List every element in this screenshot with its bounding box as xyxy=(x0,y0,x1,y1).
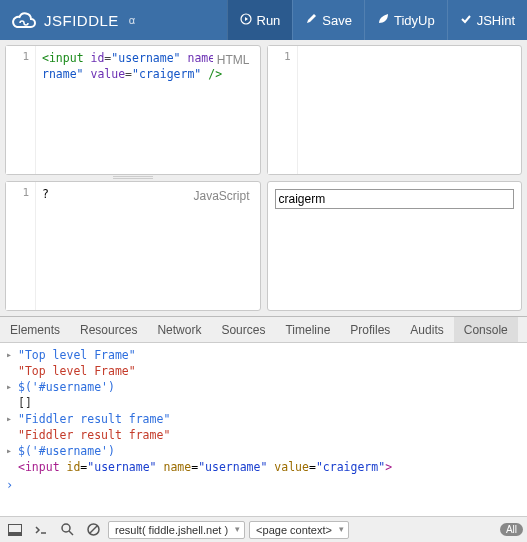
save-label: Save xyxy=(322,13,352,28)
svg-rect-2 xyxy=(9,532,21,535)
toolbar: Run Save TidyUp JSHint xyxy=(227,0,528,40)
pane-drag-handle[interactable] xyxy=(113,175,153,178)
html-pane-label: HTML xyxy=(213,51,254,69)
search-icon[interactable] xyxy=(56,520,78,540)
leaf-icon xyxy=(377,13,389,28)
tab-console[interactable]: Console xyxy=(454,317,518,342)
html-pane[interactable]: 1 <input id="username" name="username" v… xyxy=(5,45,261,175)
check-icon xyxy=(460,13,472,28)
tab-network[interactable]: Network xyxy=(147,317,211,342)
console-prompt[interactable]: › xyxy=(0,475,527,495)
brand-text: JSFIDDLE xyxy=(44,12,119,29)
console-line: $('#username') xyxy=(18,443,521,459)
pencil-icon xyxy=(305,13,317,28)
tab-timeline[interactable]: Timeline xyxy=(275,317,340,342)
console-line: "Top level Frame" xyxy=(18,363,521,379)
tab-elements[interactable]: Elements xyxy=(0,317,70,342)
console-line: "Fiddler result frame" xyxy=(18,411,521,427)
clear-icon[interactable] xyxy=(82,520,104,540)
filter-badge[interactable]: All xyxy=(500,523,523,536)
editor-panes: 1 <input id="username" name="username" v… xyxy=(0,40,527,316)
tidyup-button[interactable]: TidyUp xyxy=(364,0,447,40)
console-line: [] xyxy=(18,395,521,411)
expand-icon[interactable]: ▸ xyxy=(6,347,18,363)
alpha-label: α xyxy=(129,14,135,26)
js-pane[interactable]: 1 ? JavaScript xyxy=(5,181,261,311)
context-selector[interactable]: <page context> xyxy=(249,521,349,539)
devtools-status-bar: result( fiddle.jshell.net ) <page contex… xyxy=(0,516,527,542)
result-pane xyxy=(267,181,523,311)
js-pane-label: JavaScript xyxy=(189,187,253,205)
console-line: "Fiddler result frame" xyxy=(18,427,521,443)
expand-icon[interactable]: ▸ xyxy=(6,411,18,427)
devtools-tabs: Elements Resources Network Sources Timel… xyxy=(0,317,527,343)
play-icon xyxy=(240,13,252,28)
css-pane[interactable]: 1 xyxy=(267,45,523,175)
css-gutter: 1 xyxy=(268,46,298,174)
js-gutter: 1 xyxy=(6,182,36,310)
save-button[interactable]: Save xyxy=(292,0,364,40)
jshint-button[interactable]: JSHint xyxy=(447,0,527,40)
app-header: JSFIDDLE α Run Save TidyUp JSHint xyxy=(0,0,527,40)
tidyup-label: TidyUp xyxy=(394,13,435,28)
run-button[interactable]: Run xyxy=(227,0,293,40)
css-code[interactable] xyxy=(298,46,522,174)
console-output[interactable]: ▸"Top level Frame" "Top level Frame" ▸$(… xyxy=(0,343,527,499)
tab-audits[interactable]: Audits xyxy=(400,317,453,342)
html-gutter: 1 xyxy=(6,46,36,174)
expand-icon[interactable]: ▸ xyxy=(6,443,18,459)
run-label: Run xyxy=(257,13,281,28)
frame-selector[interactable]: result( fiddle.jshell.net ) xyxy=(108,521,245,539)
tab-sources[interactable]: Sources xyxy=(211,317,275,342)
svg-point-3 xyxy=(62,524,70,532)
expand-icon[interactable]: ▸ xyxy=(6,379,18,395)
tab-profiles[interactable]: Profiles xyxy=(340,317,400,342)
console-line: <input id="username" name="username" val… xyxy=(18,459,521,475)
cloud-logo-icon xyxy=(12,11,36,29)
logo-block: JSFIDDLE α xyxy=(0,11,147,29)
console-line: "Top level Frame" xyxy=(18,347,521,363)
devtools-panel: Elements Resources Network Sources Timel… xyxy=(0,316,527,499)
username-input[interactable] xyxy=(275,189,515,209)
console-toggle-icon[interactable] xyxy=(30,520,52,540)
tab-resources[interactable]: Resources xyxy=(70,317,147,342)
jshint-label: JSHint xyxy=(477,13,515,28)
console-line: $('#username') xyxy=(18,379,521,395)
dock-icon[interactable] xyxy=(4,520,26,540)
